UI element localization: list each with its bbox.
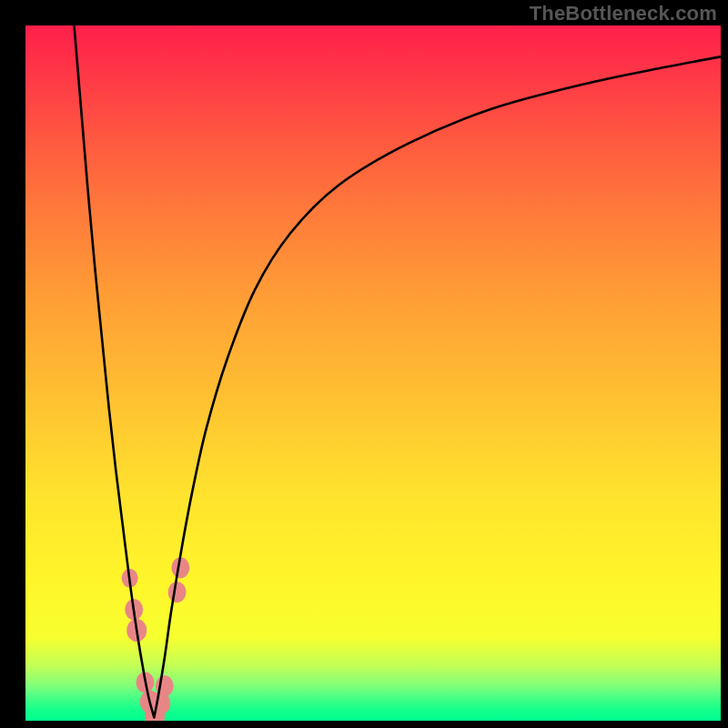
marker-group — [122, 557, 190, 721]
marker-point — [168, 581, 187, 602]
curve-right-branch — [154, 56, 721, 717]
chart-frame: TheBottleneck.com — [0, 0, 728, 728]
chart-svg — [25, 25, 721, 721]
watermark-label: TheBottleneck.com — [530, 2, 717, 25]
plot-area — [25, 25, 721, 721]
